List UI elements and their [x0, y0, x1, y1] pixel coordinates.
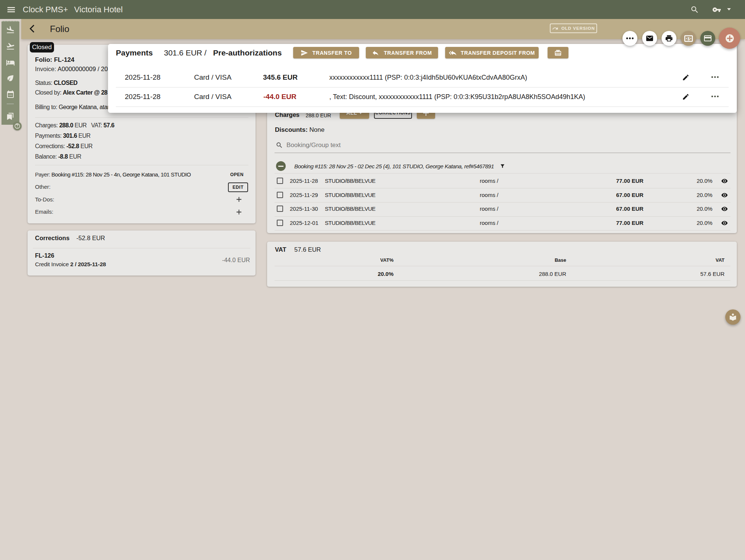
- svg-text:$: $: [687, 36, 689, 41]
